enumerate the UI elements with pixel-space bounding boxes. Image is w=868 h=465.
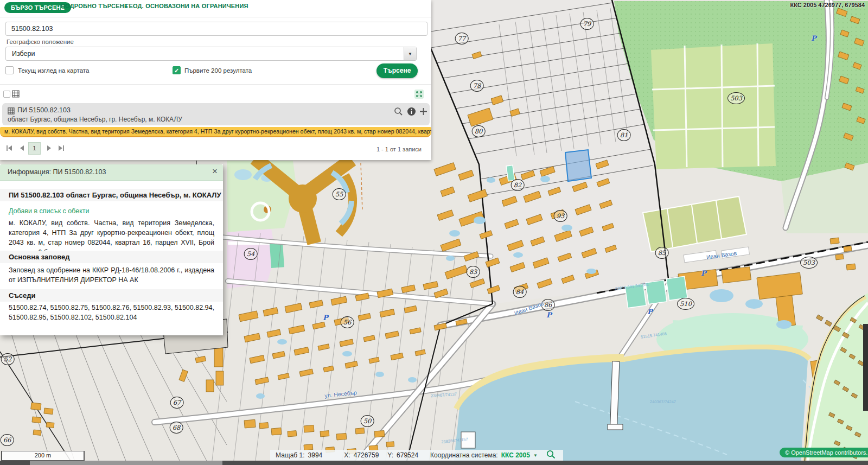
parcel-heading: ПИ 51500.82.103 област Бургас, община Не… xyxy=(9,191,221,199)
pagination-summary: 1 - 1 от 1 записи xyxy=(376,146,422,152)
tab-detailed-search[interactable]: ПОДРОБНО ТЪРСЕНЕ xyxy=(61,3,128,9)
crs-label: Координатна система: xyxy=(430,451,498,459)
pagination-last-icon[interactable] xyxy=(58,144,66,153)
pagination-next-icon[interactable] xyxy=(46,144,54,153)
neighbors-list: 51500.82.74, 51500.82.75, 51500.82.76, 5… xyxy=(9,303,214,322)
add-icon[interactable] xyxy=(419,107,428,118)
popup-header[interactable]: Информация: ПИ 51500.82.103 × xyxy=(0,164,223,181)
chevron-down-icon[interactable]: ▼ xyxy=(533,453,538,458)
pagination-page-1[interactable]: 1 xyxy=(28,142,41,155)
geo-location-select[interactable]: Избери ▼ xyxy=(5,47,417,61)
y-label: Y: xyxy=(387,451,393,459)
parcel-info-popup: Информация: ПИ 51500.82.103 × ПИ 51500.8… xyxy=(0,164,223,335)
tab-restriction-zones[interactable]: ЗОНИ НА ОГРАНИЧЕНИЯ xyxy=(172,3,248,9)
popup-title: Информация: ПИ 51500.82.103 xyxy=(8,168,106,176)
result-item[interactable]: ПИ 51500.82.103 област Бургас, община Не… xyxy=(2,103,430,125)
grid-icon xyxy=(12,90,20,100)
expand-icon[interactable] xyxy=(414,90,424,99)
geo-select-value: Избери xyxy=(12,50,35,58)
scrollbar-thumb[interactable] xyxy=(30,461,222,465)
search-panel: БЪРЗО ТЪРСЕНЕ ПОДРОБНО ТЪРСЕНЕ ГЕОД. ОСН… xyxy=(0,0,431,160)
horizontal-scrollbar[interactable] xyxy=(0,461,868,465)
result-id: ПИ 51500.82.103 xyxy=(17,106,71,114)
kais-map-application: 7778798081829383848586503503510555456526… xyxy=(0,0,868,465)
first200-checkbox[interactable]: ✓ xyxy=(173,66,181,74)
current-view-checkbox[interactable] xyxy=(5,66,14,74)
search-button[interactable]: Търсене xyxy=(376,63,418,78)
scale-value: 3994 xyxy=(308,451,323,459)
x-label: X: xyxy=(344,451,350,459)
first200-label: Първите 200 резултата xyxy=(184,67,252,74)
crs-select[interactable]: ККС 2005 xyxy=(501,451,530,459)
map-search-icon[interactable] xyxy=(546,450,556,461)
parcel-heading-stripe: ПИ 51500.82.103 област Бургас, община Не… xyxy=(0,189,223,201)
current-view-label: Текущ изглед на картата xyxy=(18,67,89,74)
chevron-down-icon[interactable]: ▼ xyxy=(404,47,416,60)
zoom-to-result-icon[interactable] xyxy=(394,107,403,118)
order-text: Заповед за одобрение на КККР РД-18-46/18… xyxy=(9,265,214,285)
neighbors-heading-stripe: Съседи xyxy=(0,289,223,302)
result-location: област Бургас, община Несебър, гр. Несеб… xyxy=(8,116,182,123)
search-input[interactable] xyxy=(5,22,427,36)
close-icon[interactable]: × xyxy=(212,166,218,177)
x-value: 4726759 xyxy=(354,451,379,459)
map-status-bar: Мащаб 1: 3994 X: 4726759 Y: 679524 Коорд… xyxy=(270,450,563,461)
add-to-object-list-link[interactable]: Добави в списък с обекти xyxy=(9,207,90,215)
tab-geodetic-basis[interactable]: ГЕОД. ОСНОВА xyxy=(125,3,173,9)
scale-label: Мащаб 1: xyxy=(276,451,305,459)
pagination-first-icon[interactable] xyxy=(5,144,14,153)
order-heading: Основна заповед xyxy=(9,253,69,261)
map-coordinates-readout: ККС 2005 4726977, 679584 xyxy=(790,2,865,8)
map-scale-bar: 200 m xyxy=(1,451,85,461)
y-value: 679524 xyxy=(397,451,418,459)
order-heading-stripe: Основна заповед xyxy=(0,251,223,263)
pagination-prev-icon[interactable] xyxy=(18,144,27,153)
divider xyxy=(0,84,431,85)
info-icon[interactable] xyxy=(407,107,416,118)
osm-attribution[interactable]: © OpenStreetMap contributors. xyxy=(780,448,868,457)
geo-location-label: Географско положение xyxy=(7,39,74,45)
search-tabs: БЪРЗО ТЪРСЕНЕ ПОДРОБНО ТЪРСЕНЕ ГЕОД. ОСН… xyxy=(0,0,431,17)
neighbors-heading: Съседи xyxy=(9,291,36,300)
select-all-results-checkbox[interactable] xyxy=(3,91,10,98)
result-details-highlight[interactable]: м. КОКАЛУ, вид собств. Частна, вид терит… xyxy=(0,127,431,137)
